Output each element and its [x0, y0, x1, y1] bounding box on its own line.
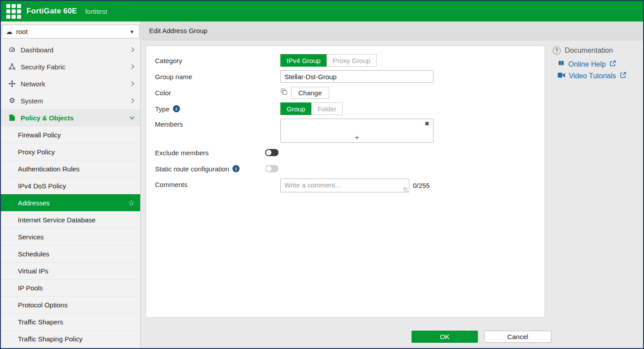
exclude-members-toggle[interactable]: [265, 149, 279, 156]
cancel-button[interactable]: Cancel: [484, 331, 551, 343]
sidebar-item-label: Virtual IPs: [18, 267, 48, 275]
category-label: Category: [155, 57, 280, 64]
sidebar-item-internet-service-database[interactable]: Internet Service Database: [1, 211, 140, 228]
sidebar-item-traffic-shapers[interactable]: Traffic Shapers: [1, 313, 140, 330]
sidebar-item-label: Addresses: [18, 199, 50, 207]
type-row: Type i Group Folder: [155, 102, 536, 115]
color-row: Color Change: [155, 86, 536, 99]
sidebar-item-label: Protocol Options: [18, 301, 68, 309]
documentation-title: Documentation: [565, 47, 613, 55]
video-tutorials-link[interactable]: Video Tutorials: [558, 72, 644, 80]
sidebar-item-policy-objects[interactable]: Policy & Objects: [1, 109, 140, 126]
top-bar: FortiGate 60E fortitest: [1, 1, 643, 21]
sidebar-item-label: Firewall Policy: [18, 131, 61, 139]
group-name-input[interactable]: [280, 70, 434, 83]
members-row: Members ✖ +: [155, 119, 536, 143]
sidebar: ☁ root ▼ Dashboard Security Fabric Netwo…: [1, 21, 141, 348]
dashboard-icon: [7, 46, 17, 53]
chevron-down-icon: ▼: [129, 29, 134, 34]
sidebar-item-label: Traffic Shaping Policy: [18, 335, 82, 343]
info-icon: i: [173, 105, 180, 112]
chevron-right-icon: [131, 98, 135, 103]
static-route-row: Static route configuration i: [155, 162, 536, 175]
sidebar-item-security-fabric[interactable]: Security Fabric: [1, 58, 140, 75]
type-segmented-control: Group Folder: [280, 102, 343, 115]
comments-row: Comments 0/255: [155, 179, 536, 194]
ok-button[interactable]: OK: [412, 331, 478, 343]
sidebar-item-label: IP Pools: [18, 284, 43, 292]
category-option-ipv4-group[interactable]: IPv4 Group: [280, 54, 327, 67]
sidebar-item-services[interactable]: Services: [1, 228, 140, 245]
sidebar-item-label: Dashboard: [21, 46, 53, 54]
sidebar-item-schedules[interactable]: Schedules: [1, 245, 140, 262]
external-link-icon: [610, 60, 616, 68]
exclude-members-label: Exclude members: [155, 149, 265, 157]
question-circle-icon: ?: [553, 47, 561, 55]
network-icon: [7, 80, 17, 87]
comments-char-counter: 0/255: [413, 182, 430, 189]
comments-textarea[interactable]: [280, 179, 409, 192]
policy-objects-icon: [7, 114, 17, 121]
sidebar-item-protocol-options[interactable]: Protocol Options: [1, 296, 140, 313]
category-segmented-control: IPv4 Group Proxy Group: [280, 54, 377, 67]
sidebar-item-firewall-policy[interactable]: Firewall Policy: [1, 126, 140, 143]
chevron-right-icon: [131, 47, 135, 52]
sidebar-item-label: Traffic Shapers: [18, 318, 63, 326]
page-title-bar: Edit Address Group: [141, 21, 643, 40]
color-label: Color: [155, 89, 280, 97]
page-title: Edit Address Group: [149, 27, 207, 34]
sidebar-item-authentication-rules[interactable]: Authentication Rules: [1, 160, 140, 177]
form-actions: OK Cancel: [412, 331, 551, 343]
sidebar-item-ipv4-dos-policy[interactable]: IPv4 DoS Policy: [1, 177, 140, 194]
type-option-folder[interactable]: Folder: [311, 102, 343, 115]
static-route-label: Static route configuration i: [155, 165, 265, 173]
sidebar-item-label: Schedules: [18, 250, 49, 258]
video-camera-icon: [558, 72, 565, 80]
fortinet-logo-icon: [6, 4, 21, 19]
sidebar-item-virtual-ips[interactable]: Virtual IPs: [1, 262, 140, 279]
sidebar-item-label: Proxy Policy: [18, 148, 55, 156]
info-icon: i: [232, 165, 240, 172]
sidebar-item-label: IPv4 DoS Policy: [18, 182, 66, 190]
gear-icon: ⚙: [7, 97, 17, 104]
sidebar-item-addresses[interactable]: Addresses ☆: [1, 194, 140, 211]
group-name-label: Group name: [155, 73, 280, 81]
category-row: Category IPv4 Group Proxy Group: [155, 54, 536, 67]
documentation-panel: ? Documentation Online Help Video Tutori…: [553, 47, 644, 83]
category-option-proxy-group[interactable]: Proxy Group: [326, 54, 377, 67]
color-change-button[interactable]: Change: [291, 87, 329, 99]
chevron-right-icon: [131, 81, 135, 86]
sidebar-item-system[interactable]: ⚙ System: [1, 92, 140, 109]
sidebar-item-traffic-shaping-policy[interactable]: Traffic Shaping Policy: [1, 330, 140, 347]
type-option-group[interactable]: Group: [280, 102, 312, 115]
exclude-members-row: Exclude members: [155, 146, 536, 159]
online-help-link[interactable]: Online Help: [558, 60, 644, 68]
add-member-icon[interactable]: +: [281, 133, 433, 142]
sidebar-item-dashboard[interactable]: Dashboard: [1, 41, 140, 58]
external-link-icon: [620, 72, 627, 80]
chevron-right-icon: [131, 64, 135, 69]
members-select-box[interactable]: ✖ +: [280, 119, 434, 143]
vdom-selector-value: root: [16, 28, 28, 35]
sidebar-item-label: Network: [21, 80, 45, 88]
resize-handle[interactable]: [404, 187, 408, 192]
app-window: FortiGate 60E fortitest ☁ root ▼ Dashboa…: [0, 0, 644, 349]
sidebar-item-label: Authentication Rules: [18, 165, 80, 173]
chevron-down-icon: [129, 116, 135, 120]
sidebar-item-label: System: [21, 97, 43, 105]
sidebar-item-label: Services: [18, 233, 44, 241]
color-swatch-icon: [280, 88, 288, 97]
clear-members-icon[interactable]: ✖: [425, 120, 429, 128]
sidebar-item-network[interactable]: Network: [1, 75, 140, 92]
hostname-label: fortitest: [85, 8, 107, 15]
static-route-toggle[interactable]: [265, 165, 279, 172]
favorite-star-icon[interactable]: ☆: [128, 199, 135, 207]
sidebar-item-proxy-policy[interactable]: Proxy Policy: [1, 143, 140, 160]
sidebar-item-ip-pools[interactable]: IP Pools: [1, 279, 140, 296]
cloud-icon: ☁: [6, 28, 13, 35]
vdom-selector[interactable]: ☁ root ▼: [2, 25, 139, 38]
members-label: Members: [155, 119, 280, 128]
sidebar-item-label: Policy & Objects: [21, 114, 73, 122]
type-label: Type i: [155, 105, 280, 113]
sidebar-item-label: Security Fabric: [21, 63, 65, 71]
